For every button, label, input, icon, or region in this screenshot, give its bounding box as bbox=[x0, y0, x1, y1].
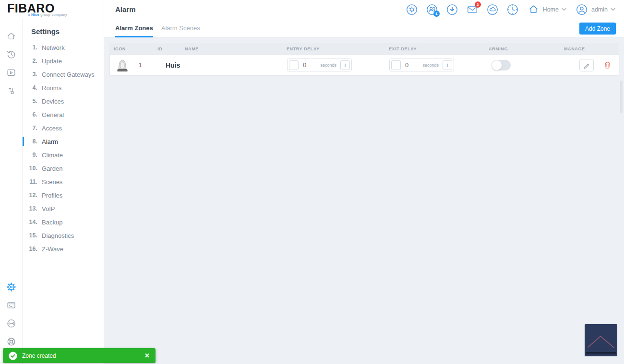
home-selector-label: Home bbox=[543, 6, 559, 13]
content-area: ICON ID NAME ENTRY DELAY EXIT DELAY ARMI… bbox=[104, 37, 624, 364]
trash-icon bbox=[604, 61, 611, 69]
settings-sidebar: Settings 1.Network 2.Update 3.Connect Ga… bbox=[23, 19, 104, 364]
climate-thermometer-icon[interactable] bbox=[0, 82, 23, 100]
pencil-icon bbox=[583, 62, 590, 69]
avatar-icon bbox=[576, 4, 588, 15]
home-icon[interactable] bbox=[0, 27, 23, 45]
icon-rail bbox=[0, 19, 23, 364]
sidebar-item-backup[interactable]: 14.Backup bbox=[23, 215, 104, 229]
brand-tagline: a Nice group company bbox=[28, 12, 104, 17]
sidebar-item-zwave[interactable]: 16.Z-Wave bbox=[23, 242, 104, 256]
home-selector[interactable]: Home bbox=[528, 4, 566, 15]
sidebar-item-garden[interactable]: 10.Garden bbox=[23, 162, 104, 175]
history-icon[interactable] bbox=[0, 45, 23, 63]
sidebar-item-update[interactable]: 2.Update bbox=[23, 54, 104, 68]
clock-icon[interactable] bbox=[507, 4, 518, 15]
exit-delay-unit: seconds bbox=[422, 63, 439, 68]
sparkline-peak-icon bbox=[585, 324, 617, 356]
alarm-zones-table: ICON ID NAME ENTRY DELAY EXIT DELAY ARMI… bbox=[109, 43, 619, 76]
chevron-down-icon bbox=[611, 8, 615, 11]
table-row: 1 Huis − 0 seconds + − 0 seconds + bbox=[109, 54, 619, 76]
user-menu[interactable]: admin bbox=[576, 4, 615, 15]
col-id: ID bbox=[153, 47, 180, 51]
zone-name: Huis bbox=[159, 61, 287, 69]
col-name: NAME bbox=[180, 47, 282, 51]
sidebar-item-scenes[interactable]: 11.Scenes bbox=[23, 175, 104, 188]
toast-close-button[interactable]: ✕ bbox=[144, 352, 150, 359]
exit-delay-value[interactable]: 0 bbox=[405, 61, 408, 69]
delete-zone-button[interactable] bbox=[604, 61, 611, 69]
page-title: Alarm bbox=[115, 5, 136, 13]
entry-delay-decrease-button[interactable]: − bbox=[289, 60, 299, 70]
exit-delay-increase-button[interactable]: + bbox=[443, 60, 452, 70]
mail-badge: 2 bbox=[475, 1, 481, 8]
exit-delay-stepper: − 0 seconds + bbox=[389, 59, 454, 71]
siren-icon bbox=[116, 58, 129, 72]
console-icon[interactable] bbox=[0, 296, 23, 314]
sidebar-item-climate[interactable]: 9.Climate bbox=[23, 148, 104, 162]
col-exit-delay: EXIT DELAY bbox=[384, 47, 484, 51]
cloud-icon[interactable] bbox=[487, 4, 498, 15]
zone-id: 1 bbox=[133, 61, 159, 69]
edit-zone-button[interactable] bbox=[579, 59, 594, 71]
hub-connection-icon[interactable] bbox=[0, 314, 23, 332]
tab-alarm-scenes[interactable]: Alarm Scenes bbox=[161, 19, 200, 37]
col-arming: ARMING bbox=[484, 47, 560, 51]
arming-toggle[interactable] bbox=[492, 60, 511, 70]
sidebar-item-network[interactable]: 1.Network bbox=[23, 41, 104, 54]
entry-delay-unit: seconds bbox=[320, 63, 336, 68]
sidebar-item-voip[interactable]: 13.VoIP bbox=[23, 202, 104, 215]
sidebar-item-rooms[interactable]: 4.Rooms bbox=[23, 81, 104, 94]
sidebar-item-connect-gateways[interactable]: 3.Connect Gateways bbox=[23, 68, 104, 81]
users-badge: 1 bbox=[433, 11, 440, 17]
exit-delay-decrease-button[interactable]: − bbox=[391, 60, 401, 70]
toast-notification: Zone created ✕ bbox=[3, 348, 156, 363]
entry-delay-increase-button[interactable]: + bbox=[340, 60, 350, 70]
minimized-chart-widget[interactable] bbox=[585, 324, 617, 356]
download-update-icon[interactable] bbox=[446, 4, 458, 15]
brand-logo: FIBARO a Nice group company bbox=[0, 0, 104, 19]
mail-icon[interactable]: 2 bbox=[467, 4, 478, 15]
check-icon bbox=[9, 352, 17, 360]
toast-message: Zone created bbox=[22, 352, 56, 359]
settings-gear-icon[interactable] bbox=[0, 278, 23, 296]
widget-bottom-band bbox=[586, 352, 616, 354]
col-icon: ICON bbox=[109, 47, 153, 51]
add-zone-button[interactable]: Add Zone bbox=[579, 23, 616, 35]
zone-icon-cell bbox=[110, 58, 133, 72]
tab-alarm-zones[interactable]: Alarm Zones bbox=[115, 19, 153, 37]
sidebar-item-devices[interactable]: 5.Devices bbox=[23, 94, 104, 108]
scenes-play-icon[interactable] bbox=[0, 63, 23, 82]
entry-delay-value[interactable]: 0 bbox=[303, 61, 306, 69]
table-header: ICON ID NAME ENTRY DELAY EXIT DELAY ARMI… bbox=[109, 43, 619, 54]
col-entry-delay: ENTRY DELAY bbox=[282, 47, 384, 51]
scrollbar-thumb[interactable] bbox=[620, 81, 623, 113]
sidebar-item-access[interactable]: 7.Access bbox=[23, 121, 104, 135]
sidebar-item-diagnostics[interactable]: 15.Diagnostics bbox=[23, 229, 104, 242]
left-panel: FIBARO a Nice group company bbox=[0, 0, 104, 364]
chevron-down-icon bbox=[562, 8, 566, 11]
tab-bar: Alarm Zones Alarm Scenes Add Zone bbox=[104, 19, 624, 37]
users-icon[interactable]: 1 bbox=[426, 4, 438, 15]
alarm-notifications-icon[interactable] bbox=[406, 4, 418, 15]
top-header: Alarm 1 2 Home admin bbox=[104, 0, 624, 19]
col-manage: MANAGE bbox=[560, 47, 619, 51]
sidebar-item-profiles[interactable]: 12.Profiles bbox=[23, 188, 104, 202]
sidebar-title: Settings bbox=[23, 19, 104, 41]
main-area: Alarm 1 2 Home admin bbox=[104, 0, 624, 364]
user-menu-label: admin bbox=[591, 6, 608, 13]
entry-delay-stepper: − 0 seconds + bbox=[287, 59, 352, 71]
sidebar-item-general[interactable]: 6.General bbox=[23, 108, 104, 121]
toggle-knob bbox=[492, 60, 502, 70]
sidebar-item-alarm[interactable]: 8.Alarm bbox=[23, 135, 104, 148]
home-nav-icon bbox=[528, 4, 539, 15]
